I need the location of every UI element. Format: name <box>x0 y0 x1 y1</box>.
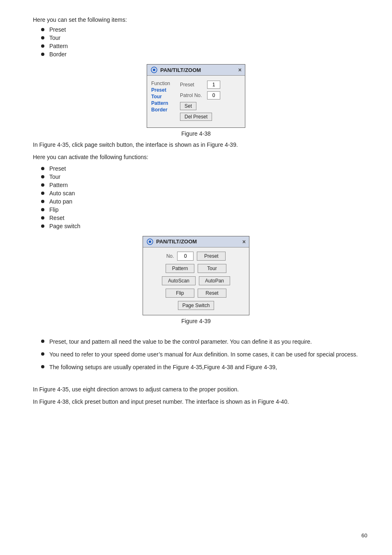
dialog-39-close[interactable]: × <box>242 238 246 245</box>
dialog-38-title: PAN/TILT/ZOOM <box>160 67 201 73</box>
bullet-icon <box>41 192 44 195</box>
dialog-39-title: PAN/TILT/ZOOM <box>156 238 197 245</box>
figure-39-container: PAN/TILT/ZOOM × No. Preset Pattern Tour … <box>33 236 359 324</box>
preset-label: Preset <box>180 82 205 88</box>
del-row: Del Preset <box>180 113 220 121</box>
camera-icon <box>150 66 158 74</box>
list-item: Pattern <box>41 43 359 49</box>
intro-list: Preset Tour Pattern Border <box>41 26 359 58</box>
list-item: The following setups are usually operate… <box>41 363 359 372</box>
patrol-row: Patrol No. <box>180 91 220 99</box>
bullet-icon <box>41 44 44 48</box>
set-button[interactable]: Set <box>180 102 196 110</box>
svg-point-1 <box>153 69 155 71</box>
list-item: Preset <box>41 26 359 33</box>
section2-text1: In Figure 4-35, click page switch button… <box>33 140 359 149</box>
list-item: Reset <box>41 215 359 221</box>
autopan-button[interactable]: AutoPan <box>199 276 230 285</box>
tour-button[interactable]: Tour <box>198 264 226 273</box>
dialog-38-sidebar: Function Preset Tour Pattern Border <box>151 81 176 121</box>
list-item: Preset, tour and pattern all need the va… <box>41 338 359 346</box>
section2-list: Preset Tour Pattern Auto scan Auto pan F… <box>41 165 359 229</box>
dialog-38-right: Preset Patrol No. Set Del Preset <box>180 81 220 121</box>
bullet-icon <box>41 200 44 203</box>
preset-input[interactable] <box>207 81 220 89</box>
dialog-38-title-left: PAN/TILT/ZOOM <box>150 66 201 74</box>
list-item: Page switch <box>41 223 359 229</box>
patrol-label: Patrol No. <box>180 92 205 98</box>
list-item: Tour <box>41 173 359 180</box>
bullet-icon <box>41 365 44 368</box>
preset-row: Preset <box>180 81 220 89</box>
list-item: Border <box>41 51 359 58</box>
bullet-icon <box>41 53 44 56</box>
list-item: You need to refer to your speed dome use… <box>41 350 359 359</box>
list-item: Pattern <box>41 182 359 188</box>
bullet-icon <box>41 216 44 220</box>
pattern-button[interactable]: Pattern <box>166 264 194 273</box>
bullet-icon <box>41 352 44 356</box>
bullet-icon <box>41 340 44 343</box>
dialog-39: PAN/TILT/ZOOM × No. Preset Pattern Tour … <box>143 236 249 315</box>
bullet-icon <box>41 28 44 31</box>
no-input[interactable] <box>177 252 194 261</box>
list-item: Preset <box>41 165 359 172</box>
dialog-39-body: No. Preset Pattern Tour AutoScan AutoPan… <box>143 247 249 315</box>
dialog-39-titlebar: PAN/TILT/ZOOM × <box>143 236 249 247</box>
page-number: 60 <box>362 532 367 539</box>
set-row: Set <box>180 102 220 110</box>
list-item: Auto pan <box>41 198 359 205</box>
footer-text1: In Figure 4-35, use eight direction arro… <box>33 385 359 394</box>
no-label: No. <box>166 253 174 259</box>
intro-text: Here you can set the following items: <box>33 16 359 23</box>
sidebar-border[interactable]: Border <box>151 107 176 113</box>
dialog-38-body: Function Preset Tour Pattern Border Pres… <box>147 76 245 127</box>
figure-38-container: PAN/TILT/ZOOM × Function Preset Tour Pat… <box>33 64 359 137</box>
pattern-tour-row: Pattern Tour <box>148 264 244 273</box>
bullet-icon <box>41 183 44 187</box>
dialog-38-close[interactable]: × <box>238 67 242 73</box>
bullets-bottom: Preset, tour and pattern all need the va… <box>41 338 359 372</box>
flip-button[interactable]: Flip <box>166 289 194 298</box>
sidebar-preset[interactable]: Preset <box>151 87 176 93</box>
pageswitch-row: Page Switch <box>148 301 244 310</box>
camera-icon <box>146 238 154 245</box>
list-item: Flip <box>41 206 359 213</box>
page-switch-button[interactable]: Page Switch <box>178 301 214 310</box>
figure-38-caption: Figure 4-38 <box>181 130 211 137</box>
function-label: Function <box>151 81 176 86</box>
bullet-icon <box>41 36 44 39</box>
autoscan-button[interactable]: AutoScan <box>162 276 196 285</box>
dialog-38-titlebar: PAN/TILT/ZOOM × <box>147 65 245 76</box>
list-item: Tour <box>41 35 359 41</box>
reset-button[interactable]: Reset <box>198 289 226 298</box>
dialog-38: PAN/TILT/ZOOM × Function Preset Tour Pat… <box>147 64 245 128</box>
list-item: Auto scan <box>41 190 359 197</box>
bullet-icon <box>41 208 44 211</box>
bullet-icon <box>41 175 44 178</box>
flip-reset-row: Flip Reset <box>148 289 244 298</box>
svg-point-3 <box>149 240 151 243</box>
sidebar-tour[interactable]: Tour <box>151 94 176 99</box>
figure-39-caption: Figure 4-39 <box>181 318 211 324</box>
dialog-39-title-left: PAN/TILT/ZOOM <box>146 238 197 245</box>
bullet-icon <box>41 224 44 228</box>
sidebar-pattern[interactable]: Pattern <box>151 100 176 106</box>
section2-text2: Here you can activate the following func… <box>33 153 359 162</box>
preset-button[interactable]: Preset <box>197 252 226 261</box>
bullet-icon <box>41 167 44 170</box>
patrol-input[interactable] <box>207 91 220 99</box>
del-preset-button[interactable]: Del Preset <box>180 113 212 121</box>
autoscan-autopan-row: AutoScan AutoPan <box>148 276 244 285</box>
footer-text2: In Figure 4-38, click preset button and … <box>33 397 359 406</box>
no-row: No. Preset <box>148 252 244 261</box>
